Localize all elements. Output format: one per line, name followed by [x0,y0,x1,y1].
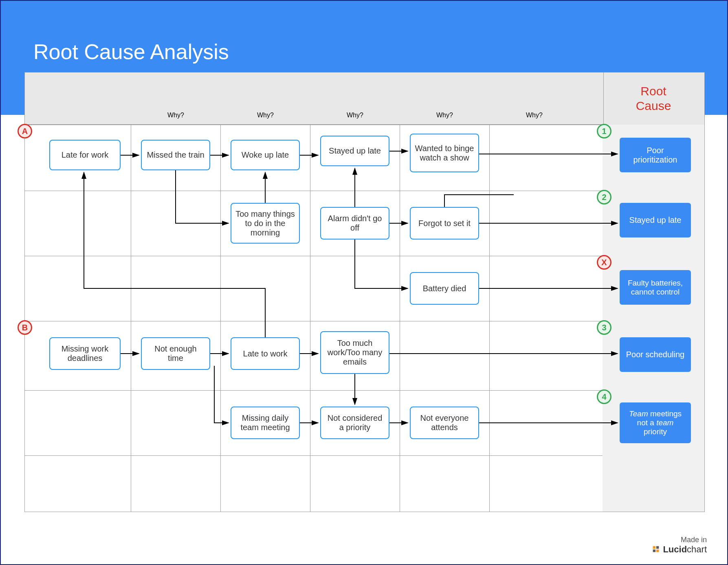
node-alarm-didnt-go-off: Alarm didn't go off [320,207,389,240]
badge-4: 4 [597,389,611,404]
root-stayed-up-late: Stayed up late [620,203,691,237]
node-forgot-set: Forgot to set it [410,207,479,240]
page: Root Cause Analysis Root Cause Why? Why?… [0,0,728,565]
grid-vline [310,125,310,512]
badge-x: X [597,255,611,270]
node-battery-died: Battery died [410,272,479,305]
node-missed-train: Missed the train [141,140,210,170]
why-label-2: Why? [257,112,274,119]
node-binge-watch: Wanted to binge watch a show [410,134,479,172]
lucidchart-icon [651,545,660,556]
footer: Made in Lucidchart [651,536,707,556]
diagram-canvas: Root Cause Why? Why? Why? Why? Why? A B … [24,72,705,512]
why-label-4: Why? [436,112,453,119]
node-late-to-work: Late to work [231,337,300,370]
root-poor-prioritization: Poor prioritization [620,138,691,172]
root-team-priority: Team meetings not a team priority [620,402,691,443]
footer-made-in: Made in [651,536,707,544]
why-label-3: Why? [347,112,363,119]
root-cause-column-bg [603,125,704,512]
page-title: Root Cause Analysis [33,40,229,64]
why-label-1: Why? [167,112,184,119]
grid-vline [131,125,131,512]
node-too-much-work: Too much work/Too many emails [320,331,389,374]
badge-2: 2 [597,190,611,204]
badge-b: B [18,320,32,335]
root-poor-scheduling: Poor scheduling [620,337,691,372]
badge-1: 1 [597,124,611,139]
node-woke-up-late: Woke up late [231,140,300,170]
node-missing-deadlines: Missing work deadlines [49,337,121,370]
footer-brand: Lucidchart [651,544,707,556]
why-label-5: Why? [526,112,543,119]
badge-3: 3 [597,320,611,335]
node-not-everyone: Not everyone attends [410,407,479,439]
node-too-many-morning: Too many things to do in the morning [231,203,300,244]
node-not-enough-time: Not enough time [141,337,210,370]
grid-vline [400,125,400,512]
grid-header-bg [25,73,603,125]
node-stayed-up-late: Stayed up late [320,136,389,166]
node-missing-meeting: Missing daily team meeting [231,407,300,439]
node-not-priority: Not considered a priority [320,407,389,439]
node-late-for-work: Late for work [49,140,121,170]
grid-vline [489,125,490,512]
grid-vline [220,125,221,512]
badge-a: A [18,124,32,139]
root-cause-header: Root Cause [603,73,704,125]
root-faulty-batteries: Faulty batteries, cannot control [620,270,691,305]
